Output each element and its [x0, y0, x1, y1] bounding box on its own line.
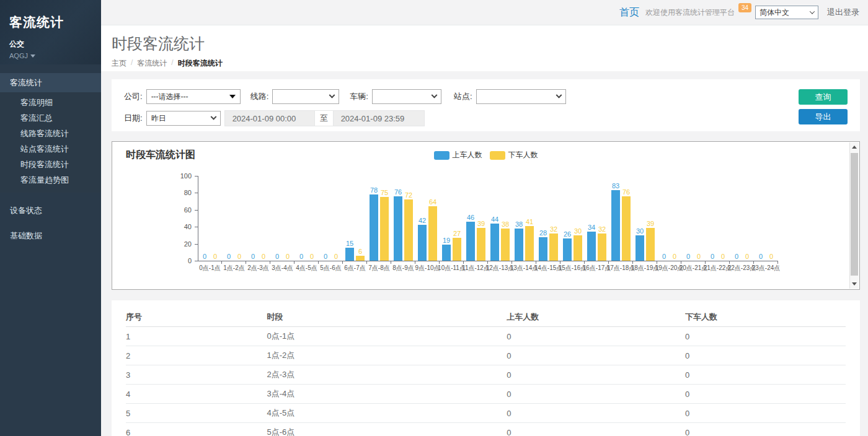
sidebar-item-3[interactable]: 线路客流统计	[0, 126, 101, 141]
bar-value-label: 0	[673, 253, 676, 260]
bar[interactable]	[539, 237, 547, 261]
y-tick-label: 0	[170, 257, 192, 264]
category-group-4: 004点-5点	[294, 167, 319, 261]
language-select[interactable]: 简体中文	[755, 6, 818, 19]
bar[interactable]	[394, 196, 402, 261]
bar[interactable]	[428, 206, 437, 261]
category-group-13: 384113点-14点	[512, 167, 536, 261]
home-link[interactable]: 首页	[619, 6, 639, 19]
category-group-12: 443812点-13点	[488, 167, 512, 261]
date-range-separator: 至	[315, 110, 333, 126]
sidebar-item-8[interactable]: 基础数据	[0, 228, 101, 243]
table-header-3: 下车人数	[685, 308, 846, 327]
page-title: 时段客流统计	[112, 33, 868, 54]
bar-value-label: 0	[203, 253, 206, 260]
table-cell: 4	[126, 385, 267, 404]
bar-value-label: 30	[636, 227, 644, 235]
table-row: 21点-2点00	[126, 346, 846, 365]
sidebar-item-1[interactable]: 客流明细	[0, 95, 101, 110]
category-group-9: 42649点-10点	[415, 167, 440, 261]
table-row: 10点-1点00	[126, 327, 846, 346]
bar-value-label: 0	[262, 253, 265, 260]
bar-value-label: 0	[334, 253, 338, 260]
bar-value-label: 0	[227, 253, 231, 260]
table-header-2: 上车人数	[507, 308, 685, 327]
station-select[interactable]	[476, 89, 566, 104]
bar[interactable]	[525, 226, 534, 261]
table-panel: 序号时段上车人数下车人数 10点-1点0021点-2点0032点-3点0043点…	[112, 300, 860, 436]
x-tick-label: 6点-7点	[344, 264, 365, 272]
line-select[interactable]	[272, 89, 339, 104]
vehicle-label: 车辆:	[350, 91, 368, 102]
bar[interactable]	[466, 222, 475, 261]
bar[interactable]	[404, 199, 413, 261]
date-end-input[interactable]: 2024-01-09 23:59	[333, 110, 425, 126]
table-row: 65点-6点00	[126, 423, 846, 436]
scroll-up-icon[interactable]	[850, 142, 859, 152]
bar[interactable]	[345, 248, 354, 261]
bar[interactable]	[646, 228, 655, 261]
line-label: 线路:	[250, 91, 269, 102]
query-button[interactable]: 查询	[799, 89, 848, 105]
date-start-input[interactable]: 2024-01-09 00:00	[224, 110, 315, 126]
bar-value-label: 0	[711, 253, 714, 260]
scroll-down-icon[interactable]	[850, 279, 859, 289]
bar[interactable]	[587, 232, 596, 261]
station-label: 站点:	[454, 91, 472, 102]
sidebar-item-6[interactable]: 客流量趋势图	[0, 172, 101, 188]
table-header-0: 序号	[126, 308, 267, 327]
main-area: 首页 欢迎使用客流统计管理平台 34 简体中文 退出登录 时段客流统计 主页/客…	[101, 0, 868, 436]
bar[interactable]	[574, 235, 582, 261]
breadcrumb-item-1[interactable]: 客流统计	[137, 58, 167, 69]
bar[interactable]	[622, 196, 631, 261]
company-select[interactable]: ---请选择---	[146, 89, 241, 104]
category-group-3: 003点-4点	[270, 167, 294, 261]
bar[interactable]	[477, 228, 485, 261]
bar[interactable]	[611, 190, 620, 261]
date-preset-select[interactable]: 昨日	[146, 111, 221, 126]
category-group-14: 283214点-15点	[536, 167, 560, 261]
bar[interactable]	[490, 224, 499, 261]
bar[interactable]	[563, 238, 572, 261]
logout-link[interactable]: 退出登录	[827, 7, 859, 18]
category-group-19: 0019点-20点	[657, 167, 681, 261]
bar[interactable]	[370, 194, 378, 261]
category-group-7: 78757点-8点	[367, 167, 391, 261]
bar[interactable]	[453, 238, 461, 261]
org-code-dropdown[interactable]: AQGJ	[9, 52, 101, 59]
bar[interactable]	[418, 225, 427, 261]
export-button[interactable]: 导出	[799, 109, 848, 124]
bar[interactable]	[549, 233, 558, 261]
bar-value-label: 0	[769, 253, 773, 260]
chevron-down-icon	[810, 9, 815, 14]
chart-scrollbar[interactable]	[849, 142, 859, 289]
bar[interactable]	[380, 197, 389, 261]
sidebar-item-7[interactable]: 设备状态	[0, 203, 101, 218]
breadcrumb-separator: /	[171, 58, 173, 69]
y-tick-label: 60	[170, 206, 192, 214]
bar-value-label: 28	[539, 229, 547, 237]
sidebar-item-5[interactable]: 时段客流统计	[0, 157, 101, 172]
category-group-20: 0020点-21点	[681, 167, 706, 261]
bar[interactable]	[356, 256, 365, 261]
bar-value-label: 0	[324, 253, 327, 260]
bar-value-label: 0	[735, 253, 738, 260]
sidebar-item-2[interactable]: 客流汇总	[0, 110, 101, 126]
breadcrumb-item-0[interactable]: 主页	[112, 58, 126, 69]
notification-badge: 34	[738, 3, 751, 12]
table-cell: 1点-2点	[267, 346, 507, 365]
bar[interactable]	[442, 245, 451, 261]
bar[interactable]	[501, 229, 510, 261]
sidebar-item-4[interactable]: 站点客流统计	[0, 141, 101, 157]
scrollbar-thumb[interactable]	[851, 153, 858, 276]
bar[interactable]	[598, 233, 606, 261]
table-body: 10点-1点0021点-2点0032点-3点0043点-4点0054点-5点00…	[126, 327, 846, 436]
chevron-down-icon	[431, 92, 437, 98]
table-cell: 2	[126, 346, 267, 365]
vehicle-select[interactable]	[372, 89, 441, 104]
sidebar-item-0[interactable]: 客流统计	[0, 73, 101, 92]
bar[interactable]	[515, 229, 523, 261]
bar[interactable]	[636, 235, 644, 261]
x-tick-label: 0点-1点	[199, 264, 220, 272]
table-cell: 0点-1点	[267, 327, 507, 346]
